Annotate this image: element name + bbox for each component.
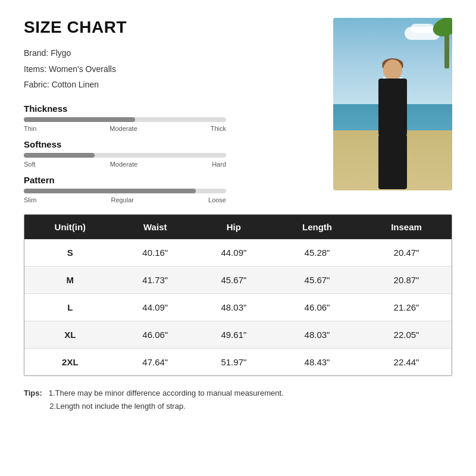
pattern-fill [24,189,196,193]
softness-label-hard: Hard [212,161,226,168]
col-length: Length [273,215,361,239]
cell-size: M [24,266,116,293]
softness-label-moderate: Moderate [110,161,137,168]
cell-length: 48.43" [273,348,361,375]
table-row: S 40.16" 44.09" 45.28" 20.47" [24,239,452,267]
col-inseam: Inseam [361,215,452,239]
cell-size: L [24,293,116,321]
table-row: M 41.73" 45.67" 45.67" 20.87" [24,266,452,293]
brand-line2: Items: Women's Overalls [24,61,321,77]
thickness-bar [24,117,226,122]
softness-fill [24,153,95,158]
brand-info: Brand: Flygo Items: Women's Overalls Fab… [24,45,321,93]
softness-bar-labels: Soft Moderate Hard [24,161,226,168]
tips-label: Tips: [24,389,44,397]
pattern-label-loose: Loose [208,196,226,203]
pattern-bar [24,189,226,193]
table-row: L 44.09" 48.03" 46.06" 21.26" [24,293,452,321]
cell-waist: 44.09" [116,293,195,321]
cell-inseam: 21.26" [361,293,452,321]
thickness-row: Thickness Thin Moderate Thick [24,104,321,132]
left-info: SIZE CHART Brand: Flygo Items: Women's O… [24,18,321,203]
tips-content: 1.There may be minor difference accordin… [24,389,284,411]
top-section: SIZE CHART Brand: Flygo Items: Women's O… [24,18,452,203]
cell-length: 48.03" [273,321,361,348]
thickness-label-thick: Thick [211,125,226,132]
col-waist: Waist [116,215,195,239]
tips-section: Tips: 1.There may be minor difference ac… [24,387,452,413]
thickness-bar-labels: Thin Moderate Thick [24,125,226,132]
cell-size: XL [24,321,116,348]
table-header-row: Unit(in) Waist Hip Length Inseam [24,215,452,239]
product-image [333,18,452,190]
thickness-label-moderate: Moderate [109,125,137,132]
page: SIZE CHART Brand: Flygo Items: Women's O… [0,0,476,476]
cell-inseam: 22.44" [361,348,452,375]
cell-inseam: 20.47" [361,239,452,267]
cell-length: 46.06" [273,293,361,321]
model-legs [378,136,407,189]
cell-inseam: 20.87" [361,266,452,293]
thickness-label-thin: Thin [24,125,36,132]
cell-size: 2XL [24,348,116,375]
cell-waist: 41.73" [116,266,195,293]
cloud2 [411,24,434,33]
softness-label: Softness [24,139,321,149]
cell-length: 45.67" [273,266,361,293]
pattern-label-regular: Regular [111,196,134,203]
softness-bar [24,153,226,158]
model-figure [366,60,419,190]
thickness-fill [24,117,135,122]
model-body [378,79,407,138]
cell-waist: 46.06" [116,321,195,348]
attributes-section: Thickness Thin Moderate Thick Softness [24,104,321,203]
softness-label-soft: Soft [24,161,36,168]
brand-line1: Brand: Flygo [24,45,321,61]
palm-tree [444,21,449,68]
col-unit: Unit(in) [24,215,116,239]
size-table: Unit(in) Waist Hip Length Inseam S 40.16… [24,215,452,375]
size-table-wrapper: Unit(in) Waist Hip Length Inseam S 40.16… [24,214,452,376]
col-hip: Hip [195,215,273,239]
cell-hip: 51.97" [195,348,273,375]
cell-size: S [24,239,116,267]
cell-length: 45.28" [273,239,361,267]
pattern-label-slim: Slim [24,196,36,203]
size-chart-title: SIZE CHART [24,18,321,37]
cell-hip: 45.67" [195,266,273,293]
cell-waist: 40.16" [116,239,195,267]
cell-inseam: 22.05" [361,321,452,348]
cell-hip: 49.61" [195,321,273,348]
pattern-label: Pattern [24,175,321,185]
thickness-label: Thickness [24,104,321,114]
pattern-bar-labels: Slim Regular Loose [24,196,226,203]
table-row: XL 46.06" 49.61" 48.03" 22.05" [24,321,452,348]
cell-hip: 48.03" [195,293,273,321]
cell-hip: 44.09" [195,239,273,267]
brand-line3: Fabric: Cotton Linen [24,77,321,93]
pattern-row: Pattern Slim Regular Loose [24,175,321,203]
softness-row: Softness Soft Moderate Hard [24,139,321,168]
table-row: 2XL 47.64" 51.97" 48.43" 22.44" [24,348,452,375]
cell-waist: 47.64" [116,348,195,375]
